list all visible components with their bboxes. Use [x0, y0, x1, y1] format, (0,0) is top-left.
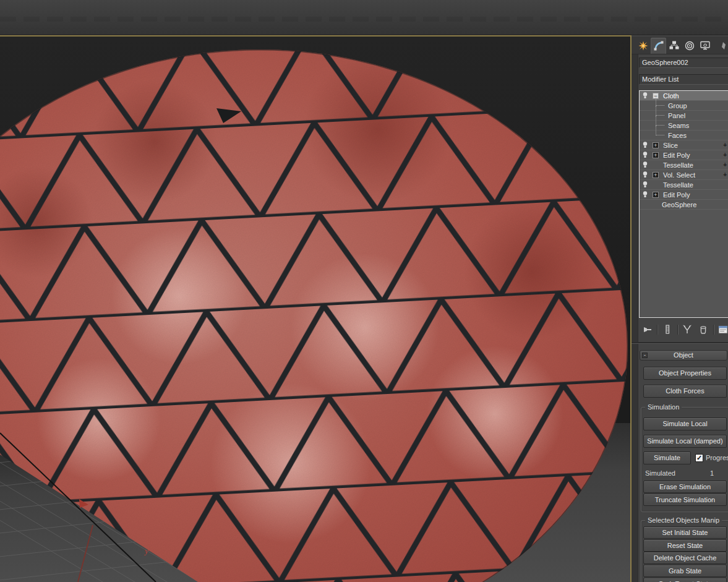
- perspective-viewport[interactable]: y: [0, 35, 632, 582]
- tree-line: [656, 116, 664, 126]
- expand-box-icon[interactable]: [653, 152, 659, 158]
- stack-row-marker: +: [723, 160, 727, 170]
- erase-simulation-button[interactable]: Erase Simulation: [643, 481, 727, 493]
- reset-state-button[interactable]: Reset State: [643, 539, 727, 552]
- progress-label: Progress: [706, 454, 728, 461]
- object-rollout-header[interactable]: Object: [640, 350, 727, 361]
- collapse-minus-icon[interactable]: [642, 353, 648, 358]
- expand-box-icon[interactable]: [653, 142, 659, 148]
- stack-row-vol-select[interactable]: Vol. Select +: [640, 170, 728, 180]
- tree-line: [656, 106, 664, 116]
- simulated-value: 1: [710, 469, 714, 477]
- bulb-icon[interactable]: [642, 151, 648, 159]
- geosphere-object[interactable]: [0, 36, 630, 582]
- motion-icon: [685, 41, 695, 51]
- simulation-legend: Simulation: [645, 403, 682, 411]
- toolbar-separator: [677, 325, 678, 335]
- stack-row-geosphere[interactable]: GeoSphere: [640, 200, 728, 210]
- trash-icon: [698, 324, 709, 335]
- stack-row-panel[interactable]: Panel: [640, 111, 728, 121]
- stack-row-tessellate-1[interactable]: Tessellate +: [640, 160, 728, 170]
- object-name-field[interactable]: GeoSphere002: [639, 58, 728, 68]
- stack-row-tessellate-2[interactable]: Tessellate: [640, 180, 728, 190]
- show-end-result-button[interactable]: [661, 323, 673, 336]
- tab-create[interactable]: [635, 38, 651, 54]
- grab-state-button[interactable]: Grab State: [643, 565, 727, 577]
- command-panel-tabs: [632, 36, 728, 54]
- stack-row-slice[interactable]: Slice +: [640, 140, 728, 150]
- 3dsmax-window: y: [0, 0, 728, 582]
- grab-target-state-button[interactable]: Grab Target State: [643, 578, 727, 582]
- rollout-title: Object: [674, 351, 693, 359]
- stack-row-group[interactable]: Group: [640, 101, 728, 111]
- tab-display[interactable]: [697, 38, 713, 54]
- toolbar-buttons-dimmed: [0, 17, 728, 22]
- bulb-icon[interactable]: [642, 141, 648, 149]
- expand-box-icon[interactable]: [653, 192, 659, 198]
- modifier-list-dropdown[interactable]: Modifier List: [639, 74, 728, 85]
- stack-row-marker: +: [723, 150, 727, 160]
- pin-icon: [642, 324, 653, 335]
- remove-modifier-button[interactable]: [697, 323, 709, 336]
- bulb-icon[interactable]: [642, 181, 648, 189]
- axis-label-y: y: [143, 546, 148, 555]
- toolbar-separator: [657, 325, 657, 335]
- bulb-icon[interactable]: [642, 161, 648, 169]
- bulb-icon[interactable]: [642, 190, 648, 199]
- tree-line: [656, 126, 664, 135]
- tree-line: [656, 96, 664, 106]
- create-icon: [638, 41, 648, 51]
- stack-row-edit-poly-2[interactable]: Edit Poly: [640, 190, 728, 200]
- progress-checkbox[interactable]: [695, 454, 703, 462]
- configure-modifier-sets-button[interactable]: [717, 323, 728, 336]
- cloth-forces-button[interactable]: Cloth Forces: [643, 385, 727, 398]
- stack-row-marker: +: [723, 140, 727, 150]
- stack-row-edit-poly-1[interactable]: Edit Poly +: [640, 150, 728, 160]
- test-tube-icon: [662, 324, 673, 335]
- stack-toolbar: [639, 321, 728, 338]
- expand-box-icon[interactable]: [653, 172, 659, 178]
- make-unique-button[interactable]: [682, 323, 693, 336]
- tab-modify[interactable]: [651, 38, 666, 54]
- utilities-icon: [716, 41, 726, 51]
- merge-v-icon: [682, 324, 693, 335]
- panel-gutter: [632, 54, 638, 582]
- simulated-label: Simulated: [645, 469, 675, 477]
- command-panel: GeoSphere002 Modifier List Cloth Group P…: [632, 35, 728, 582]
- main-toolbar: [0, 0, 728, 35]
- viewport-scene: y: [0, 36, 630, 582]
- toolbar-separator: [713, 325, 714, 335]
- manip-legend: Selected Objects Manip: [645, 516, 722, 524]
- simulate-local-damped-button[interactable]: Simulate Local (damped): [643, 435, 727, 448]
- display-icon: [700, 41, 710, 51]
- delete-object-cache-button[interactable]: Delete Object Cache: [643, 552, 727, 564]
- stack-row-faces[interactable]: Faces: [640, 131, 728, 140]
- panel-divider: [632, 342, 728, 343]
- tab-utilities[interactable]: [713, 38, 728, 54]
- hierarchy-icon: [669, 41, 679, 51]
- simulate-button[interactable]: Simulate: [643, 451, 691, 464]
- stack-row-seams[interactable]: Seams: [640, 121, 728, 131]
- modify-icon: [654, 41, 664, 51]
- window-icon: [717, 324, 728, 335]
- truncate-simulation-button[interactable]: Truncate Simulation: [643, 494, 727, 506]
- stack-row-marker: +: [723, 170, 727, 180]
- modifier-stack: Cloth Group Panel Seams Faces Slice: [639, 90, 728, 318]
- object-properties-button[interactable]: Object Properties: [643, 367, 727, 380]
- set-initial-state-button[interactable]: Set Initial State: [643, 526, 727, 539]
- tab-hierarchy[interactable]: [666, 38, 682, 54]
- pin-stack-button[interactable]: [641, 323, 653, 336]
- simulate-local-button[interactable]: Simulate Local: [643, 417, 727, 430]
- bulb-icon[interactable]: [642, 92, 648, 100]
- bulb-icon[interactable]: [642, 171, 648, 179]
- stack-row-cloth[interactable]: Cloth: [640, 91, 728, 101]
- tab-motion[interactable]: [682, 38, 697, 54]
